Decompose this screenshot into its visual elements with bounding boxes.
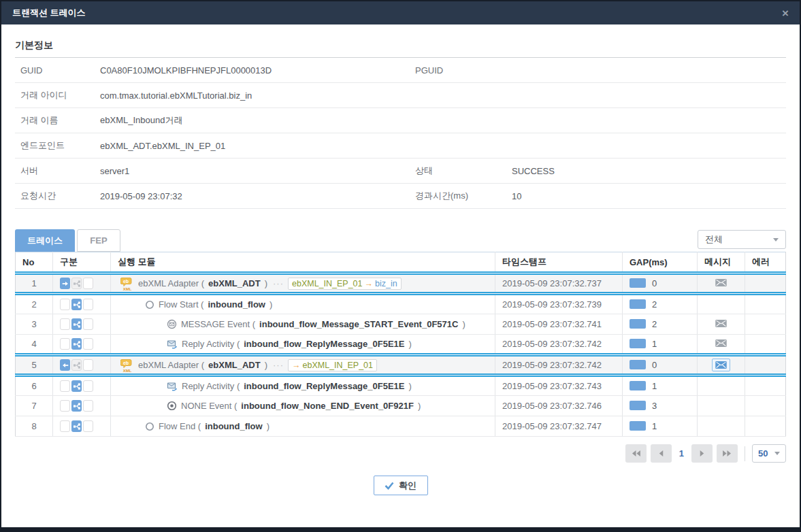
row-module: ebXML ebXML Adapter (ebXML_ADT) ··· ebXM… bbox=[111, 273, 495, 294]
module-name: inbound_flow_Message_START_Event_0F571C bbox=[259, 319, 458, 329]
svg-text:XML: XML bbox=[123, 286, 132, 290]
message-mail-icon[interactable] bbox=[715, 320, 727, 327]
table-row[interactable]: 5 ebXML ebXML Adapter (ebXML_ADT) ··· →e… bbox=[16, 355, 786, 376]
module-name: inbound_flow bbox=[208, 299, 265, 310]
trace-table-header: No 구분 실행 모듈 타임스탬프 GAP(ms) 메시지 에러 bbox=[16, 252, 786, 273]
info-label: PGUID bbox=[410, 65, 512, 76]
prev-page-button[interactable] bbox=[651, 444, 672, 463]
flow-icon bbox=[71, 380, 82, 392]
first-page-button[interactable] bbox=[625, 444, 647, 463]
row-gap: 0 bbox=[623, 355, 698, 376]
row-timestamp: 2019-05-09 23:07:32.737 bbox=[495, 273, 623, 294]
table-row[interactable]: 1 ebXML ebXML Adapter (ebXML_ADT) ··· eb… bbox=[16, 273, 786, 294]
table-row[interactable]: 4 Reply Activity (inbound_flow_ReplyMess… bbox=[16, 335, 786, 355]
endpoint-tag: →ebXML_IN_EP_01 bbox=[288, 359, 377, 371]
flow-start-icon bbox=[145, 300, 154, 310]
tab-trace[interactable]: 트레이스 bbox=[15, 229, 75, 252]
confirm-label: 확인 bbox=[399, 480, 416, 492]
empty-badge bbox=[83, 299, 93, 310]
row-no: 8 bbox=[16, 416, 53, 437]
empty-badge bbox=[83, 359, 93, 371]
col-type: 구분 bbox=[53, 252, 111, 273]
row-no: 6 bbox=[16, 376, 53, 396]
message-mail-icon[interactable] bbox=[715, 279, 727, 286]
info-row-request-time: 요청시간 2019-05-09 23:07:32 경과시간(ms) 10 bbox=[15, 184, 786, 209]
current-page-number: 1 bbox=[676, 448, 687, 459]
row-error bbox=[745, 376, 786, 396]
endpoint-tag: ebXML_IN_EP_01→biz_in bbox=[288, 278, 402, 290]
table-row[interactable]: 3 MESSAGE Event (inbound_flow_Message_ST… bbox=[16, 314, 786, 335]
table-row[interactable]: 7 NONE Event (inbound_flow_None_END_Even… bbox=[16, 396, 786, 416]
info-label: 거래 이름 bbox=[15, 114, 100, 127]
chevron-down-icon bbox=[774, 452, 780, 455]
flow-icon bbox=[71, 299, 82, 310]
row-message bbox=[698, 314, 745, 335]
row-timestamp: 2019-05-09 23:07:32.743 bbox=[495, 376, 623, 396]
row-message bbox=[698, 416, 745, 437]
row-type-badges bbox=[53, 416, 111, 437]
flow-icon bbox=[71, 400, 82, 412]
dialog-footer: 확인 bbox=[15, 476, 786, 495]
filter-dropdown[interactable]: 전체 bbox=[698, 230, 786, 249]
check-icon bbox=[385, 482, 394, 490]
row-gap: 2 bbox=[623, 294, 698, 314]
info-label: 거래 아이디 bbox=[15, 89, 100, 101]
info-value: 10 bbox=[512, 191, 786, 201]
close-icon[interactable]: × bbox=[782, 7, 789, 19]
gap-bar bbox=[630, 339, 646, 348]
gap-bar bbox=[630, 401, 646, 410]
row-gap: 1 bbox=[623, 335, 698, 355]
col-module: 실행 모듈 bbox=[111, 252, 495, 273]
last-page-button[interactable] bbox=[717, 444, 738, 463]
chevron-down-icon bbox=[773, 238, 779, 242]
flow-icon bbox=[71, 318, 82, 330]
row-timestamp: 2019-05-09 23:07:32.741 bbox=[495, 314, 623, 335]
dialog-content: 기본정보 GUID C0A80F10JMOLKPIBFHNEPJFL000001… bbox=[1, 24, 800, 527]
arrow-right-icon: → bbox=[365, 279, 374, 288]
info-label: GUID bbox=[15, 65, 100, 76]
empty-badge bbox=[83, 338, 93, 350]
empty-badge bbox=[83, 318, 93, 330]
module-label-close: ) bbox=[462, 319, 465, 329]
reply-activity-icon bbox=[167, 339, 178, 349]
module-label: Reply Activity ( bbox=[182, 381, 240, 391]
info-row-tx-name: 거래 이름 ebXML_Inbound거래 bbox=[15, 108, 786, 133]
confirm-button[interactable]: 확인 bbox=[374, 476, 428, 495]
info-label: 상태 bbox=[410, 165, 512, 177]
flow-icon-inactive bbox=[71, 278, 82, 289]
dialog-titlebar: 트랜잭션 트레이스 × bbox=[1, 1, 800, 24]
page-size-dropdown[interactable]: 50 bbox=[752, 444, 786, 463]
row-message bbox=[698, 273, 745, 294]
message-mail-icon-selected[interactable] bbox=[712, 359, 730, 371]
table-row[interactable]: 2 Flow Start (inbound_flow) 2019-05-09 2… bbox=[16, 294, 786, 314]
pagination: 1 50 bbox=[15, 444, 786, 463]
table-row[interactable]: 6 Reply Activity (inbound_flow_ReplyMess… bbox=[16, 376, 786, 396]
next-page-button[interactable] bbox=[691, 444, 713, 463]
row-type-badges bbox=[53, 314, 111, 335]
basic-info-heading: 기본정보 bbox=[15, 39, 786, 58]
status-value: SUCCESS bbox=[512, 166, 786, 176]
row-type-badges bbox=[53, 355, 111, 376]
message-event-icon bbox=[167, 319, 177, 329]
row-gap: 2 bbox=[623, 314, 698, 335]
row-module: MESSAGE Event (inbound_flow_Message_STAR… bbox=[111, 314, 495, 335]
col-error: 에러 bbox=[745, 252, 786, 273]
row-message bbox=[698, 355, 745, 376]
row-timestamp: 2019-05-09 23:07:32.742 bbox=[495, 355, 623, 376]
module-label-close: ) bbox=[408, 381, 411, 391]
row-error bbox=[745, 335, 786, 355]
empty-badge bbox=[60, 299, 70, 310]
row-gap: 3 bbox=[623, 396, 698, 416]
tab-fep[interactable]: FEP bbox=[77, 229, 120, 252]
reply-activity-icon bbox=[167, 382, 178, 391]
gap-bar bbox=[630, 299, 646, 309]
table-row[interactable]: 8 Flow End (inbound_flow) 2019-05-09 23:… bbox=[16, 416, 786, 437]
info-value: com.tmax.tutorial.ebXMLTutorial.biz_in bbox=[100, 90, 410, 101]
gap-bar bbox=[630, 421, 646, 431]
row-type-badges bbox=[53, 376, 111, 396]
row-type-badges bbox=[53, 294, 111, 314]
flow-icon bbox=[71, 338, 82, 350]
message-mail-icon[interactable] bbox=[715, 339, 727, 347]
row-module: NONE Event (inbound_flow_None_END_Event_… bbox=[111, 396, 495, 416]
row-error bbox=[745, 396, 786, 416]
